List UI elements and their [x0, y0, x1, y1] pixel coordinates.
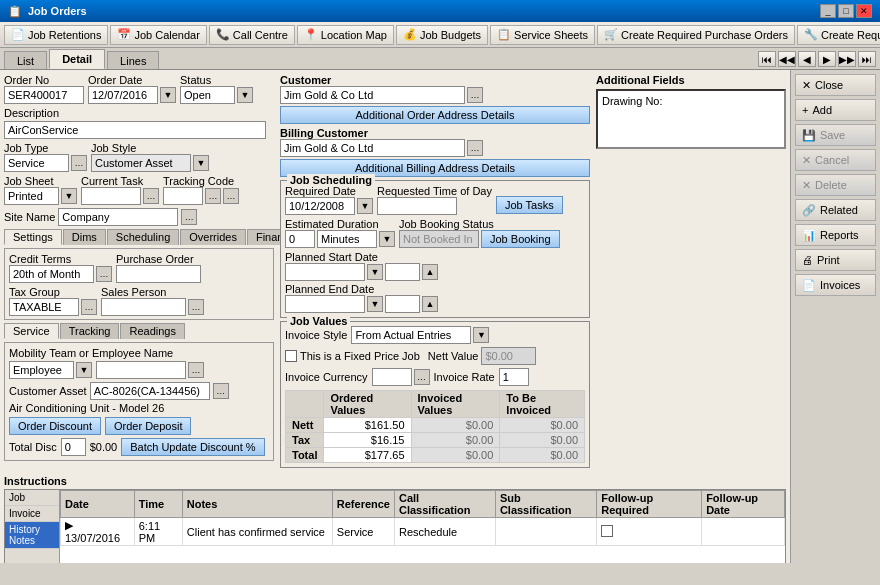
- order-discount-button[interactable]: Order Discount: [9, 417, 101, 435]
- planned-start-time-input[interactable]: [385, 263, 420, 281]
- nav-next-next-button[interactable]: ▶▶: [838, 51, 856, 67]
- site-name-input[interactable]: [58, 208, 178, 226]
- create-purchase-orders-button[interactable]: 🛒 Create Required Purchase Orders: [597, 25, 795, 45]
- minimize-button[interactable]: _: [820, 4, 836, 18]
- tab-list[interactable]: List: [4, 51, 47, 69]
- log-tab-job[interactable]: Job: [5, 490, 59, 506]
- nav-prev-prev-button[interactable]: ◀◀: [778, 51, 796, 67]
- close-window-button[interactable]: ✕: [856, 4, 872, 18]
- required-date-input[interactable]: [285, 197, 355, 215]
- job-sheet-dropdown-button[interactable]: ▼: [61, 188, 77, 204]
- order-no-input[interactable]: [4, 86, 84, 104]
- customer-asset-browse-button[interactable]: …: [213, 383, 229, 399]
- planned-start-time-button[interactable]: ▲: [422, 264, 438, 280]
- tracking-code-input[interactable]: [163, 187, 203, 205]
- planned-end-input[interactable]: [285, 295, 365, 313]
- invoice-currency-input[interactable]: [372, 368, 412, 386]
- create-assembly-orders-button[interactable]: 🔧 Create Required Assembly Orders: [797, 25, 880, 45]
- fixed-price-checkbox[interactable]: [285, 350, 297, 362]
- job-calendar-button[interactable]: 📅 Job Calendar: [110, 25, 206, 45]
- job-style-input[interactable]: [91, 154, 191, 172]
- sub-tab-overrides[interactable]: Overrides: [180, 229, 246, 245]
- job-sheet-input[interactable]: [4, 187, 59, 205]
- sub-tab-scheduling[interactable]: Scheduling: [107, 229, 179, 245]
- mobility-team-input[interactable]: [9, 361, 74, 379]
- customer-browse-button[interactable]: …: [467, 87, 483, 103]
- job-booking-button[interactable]: Job Booking: [481, 230, 560, 248]
- nav-next-button[interactable]: ▶: [818, 51, 836, 67]
- tracking-code-btn2[interactable]: …: [223, 188, 239, 204]
- planned-start-picker-button[interactable]: ▼: [367, 264, 383, 280]
- job-type-input[interactable]: [4, 154, 69, 172]
- name-input[interactable]: [96, 361, 186, 379]
- sales-person-browse-button[interactable]: …: [188, 299, 204, 315]
- invoice-style-input[interactable]: [351, 326, 471, 344]
- invoice-currency-browse-button[interactable]: …: [414, 369, 430, 385]
- order-date-input[interactable]: [88, 86, 158, 104]
- invoices-button[interactable]: 📄 Invoices: [795, 274, 876, 296]
- customer-input[interactable]: [280, 86, 465, 104]
- requested-time-input[interactable]: [377, 197, 457, 215]
- order-date-picker-button[interactable]: ▼: [160, 87, 176, 103]
- billing-customer-browse-button[interactable]: …: [467, 140, 483, 156]
- related-button[interactable]: 🔗 Related: [795, 199, 876, 221]
- duration-unit-dropdown-button[interactable]: ▼: [379, 231, 395, 247]
- billing-customer-input[interactable]: [280, 139, 465, 157]
- cancel-button[interactable]: ✕ Cancel: [795, 149, 876, 171]
- tab-detail[interactable]: Detail: [49, 49, 105, 69]
- reports-button[interactable]: 📊 Reports: [795, 224, 876, 246]
- credit-terms-browse-button[interactable]: …: [96, 266, 112, 282]
- job-style-dropdown-button[interactable]: ▼: [193, 155, 209, 171]
- maximize-button[interactable]: □: [838, 4, 854, 18]
- job-retentions-button[interactable]: 📄 Job Retentions: [4, 25, 108, 45]
- log-tab-history-notes[interactable]: History Notes: [5, 522, 59, 549]
- print-button[interactable]: 🖨 Print: [795, 249, 876, 271]
- estimated-duration-input[interactable]: [285, 230, 315, 248]
- planned-end-time-button[interactable]: ▲: [422, 296, 438, 312]
- sub-tab-dims[interactable]: Dims: [63, 229, 106, 245]
- status-dropdown-button[interactable]: ▼: [237, 87, 253, 103]
- delete-button[interactable]: ✕ Delete: [795, 174, 876, 196]
- mobility-team-dropdown-button[interactable]: ▼: [76, 362, 92, 378]
- invoice-rate-input[interactable]: [499, 368, 529, 386]
- name-browse-button[interactable]: …: [188, 362, 204, 378]
- planned-end-time-input[interactable]: [385, 295, 420, 313]
- duration-unit-input[interactable]: [317, 230, 377, 248]
- service-sheets-button[interactable]: 📋 Service Sheets: [490, 25, 595, 45]
- close-button[interactable]: ✕ Close: [795, 74, 876, 96]
- current-task-browse-button[interactable]: …: [143, 188, 159, 204]
- customer-asset-input[interactable]: [90, 382, 210, 400]
- current-task-input[interactable]: [81, 187, 141, 205]
- planned-end-picker-button[interactable]: ▼: [367, 296, 383, 312]
- order-deposit-button[interactable]: Order Deposit: [105, 417, 191, 435]
- description-input[interactable]: [4, 121, 266, 139]
- sub-tab-settings[interactable]: Settings: [4, 229, 62, 245]
- sales-person-input[interactable]: [101, 298, 186, 316]
- tax-group-browse-button[interactable]: …: [81, 299, 97, 315]
- planned-start-input[interactable]: [285, 263, 365, 281]
- service-tab-readings[interactable]: Readings: [120, 323, 184, 339]
- credit-terms-input[interactable]: [9, 265, 94, 283]
- add-button[interactable]: + Add: [795, 99, 876, 121]
- site-name-browse-button[interactable]: …: [181, 209, 197, 225]
- job-tasks-button[interactable]: Job Tasks: [496, 196, 563, 214]
- status-input[interactable]: [180, 86, 235, 104]
- save-button[interactable]: 💾 Save: [795, 124, 876, 146]
- nav-first-button[interactable]: ⏮: [758, 51, 776, 67]
- tab-lines[interactable]: Lines: [107, 51, 159, 69]
- service-tab-service[interactable]: Service: [4, 323, 59, 339]
- location-map-button[interactable]: 📍 Location Map: [297, 25, 394, 45]
- job-type-browse-button[interactable]: …: [71, 155, 87, 171]
- call-centre-button[interactable]: 📞 Call Centre: [209, 25, 295, 45]
- service-tab-tracking[interactable]: Tracking: [60, 323, 120, 339]
- tracking-code-btn1[interactable]: …: [205, 188, 221, 204]
- job-budgets-button[interactable]: 💰 Job Budgets: [396, 25, 488, 45]
- log-tab-invoice[interactable]: Invoice: [5, 506, 59, 522]
- tax-group-input[interactable]: [9, 298, 79, 316]
- batch-update-button[interactable]: Batch Update Discount %: [121, 438, 264, 456]
- nav-last-button[interactable]: ⏭: [858, 51, 876, 67]
- total-disc-input[interactable]: [61, 438, 86, 456]
- invoice-style-dropdown-button[interactable]: ▼: [473, 327, 489, 343]
- purchase-order-input[interactable]: [116, 265, 201, 283]
- nav-prev-button[interactable]: ◀: [798, 51, 816, 67]
